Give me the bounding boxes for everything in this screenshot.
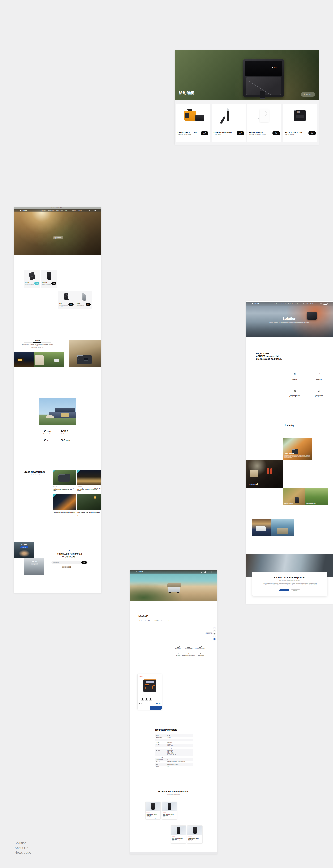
subscribe-button[interactable]: 注册 (81, 561, 87, 563)
recommend-image (162, 802, 177, 811)
product-name: ARKPURE净岚N3随手吸 (213, 131, 236, 134)
nav-contact-us[interactable]: Contact Us (187, 571, 192, 572)
buy-now-button[interactable]: Buy now (150, 706, 162, 710)
thumbnail[interactable] (141, 698, 144, 701)
industry-card-sports-events[interactable]: Sports and Events (305, 488, 328, 505)
user-icon[interactable] (317, 303, 319, 305)
widget-logo-icon[interactable]: ▲ (213, 627, 215, 629)
more-button[interactable]: 更多 (201, 131, 208, 135)
learn-more-link[interactable]: Learn more › (163, 818, 168, 818)
language-select[interactable]: English ▾ (323, 303, 328, 305)
add-to-cart-button[interactable]: Add to cart (137, 706, 150, 710)
nav-join-us[interactable]: Join Us (310, 303, 313, 304)
footer-card-button[interactable]: 浏览更多 ▶ (31, 563, 38, 565)
nav-service-support[interactable]: Service Support (56, 210, 63, 211)
nav-contact-us[interactable]: Contact Us (303, 303, 308, 304)
home-logo[interactable]: ARKEEP (20, 210, 27, 211)
product-logo[interactable]: ARKEEP (136, 571, 143, 572)
user-icon[interactable] (201, 571, 202, 573)
widget-phone-icon[interactable]: ☎ (213, 632, 215, 634)
footer-service-card[interactable]: 服务与支持 浏览更多 ▶ (14, 541, 34, 558)
industry-card-outdoor-work[interactable]: Outdoor work (246, 460, 283, 488)
banner-product-card[interactable]: POWERAIL星轨U23 30W高充，10000mAh大容量续航 更多 (247, 104, 281, 142)
recommend-card[interactable]: Latest 60000 mAh Light Outdoor Power Ban… (171, 826, 186, 843)
search-icon[interactable] (320, 303, 322, 305)
email-input[interactable] (53, 561, 76, 564)
more-button[interactable]: more (68, 303, 73, 306)
clipboard-check-icon: ☑ (312, 372, 326, 376)
buy-now-link[interactable]: Buy now › (180, 842, 183, 842)
thumbnail[interactable] (145, 698, 148, 701)
home-product-card[interactable]: PT50 15W magnetic wireless charging more (58, 290, 74, 309)
nav-about-us[interactable]: About Us (158, 571, 162, 572)
footer-contact-card[interactable]: 联系我们 浏览更多 ▶ (24, 558, 44, 575)
nav-about-us[interactable]: About Us (273, 303, 278, 304)
industry-card-medical[interactable]: Medical and health field (252, 519, 271, 536)
language-select[interactable]: English ▾ (91, 210, 96, 212)
nav-news[interactable]: News (65, 210, 67, 211)
search-icon[interactable] (88, 210, 90, 211)
banner-explore-button[interactable]: 探索更多 ▶ (301, 92, 315, 96)
learn-more-link[interactable]: Learn more › (172, 842, 176, 842)
thumbnail[interactable] (149, 698, 152, 701)
banner-product-card[interactable]: ARKPURE净岚N3随手吸 手持吸尘器/吹风 更多 (211, 104, 245, 142)
nav-news[interactable]: News (181, 571, 184, 572)
side-link-news-page[interactable]: News page (14, 850, 31, 855)
buy-now-link[interactable]: Buy now › (154, 818, 158, 818)
search-icon[interactable] (204, 571, 206, 573)
nav-product-center[interactable]: Product Center (164, 571, 170, 572)
news-card[interactable]: News June 20,2023 User Story: Is outdoor… (77, 470, 101, 490)
language-select[interactable]: English ▾ (207, 571, 211, 573)
partner-contact-button[interactable]: Contact us ▶ (291, 589, 300, 591)
news-card[interactable]: June 20,2023 A new dual-fuel smart gener… (77, 494, 101, 515)
nav-service-support[interactable]: Service Support (172, 571, 179, 572)
nav-contact-us[interactable]: Contact Us (71, 210, 76, 211)
more-button[interactable]: 更多 (272, 131, 280, 135)
widget-cart-icon[interactable]: ▣ (213, 635, 215, 637)
widget-mail-icon[interactable]: ✉ (213, 630, 215, 632)
news-card[interactable]: News June 20,2023 All upgrades! The new … (53, 470, 76, 490)
nav-service-support[interactable]: Service Support (288, 303, 295, 304)
recommend-card[interactable]: Latest 60000 mAh Light Outdoor Power Ban… (162, 802, 177, 819)
carousel-dot-active[interactable] (139, 704, 140, 704)
more-button[interactable]: 更多 (308, 131, 316, 135)
side-link-solution[interactable]: Solution (14, 841, 27, 845)
nav-product-center[interactable]: Product Center (280, 303, 287, 304)
carousel-dot[interactable] (141, 704, 142, 704)
solution-logo[interactable]: ARKEEP (252, 303, 259, 304)
side-link-about-us[interactable]: About Us (14, 846, 28, 850)
banner-product-card[interactable]: ARKNOVA启RALLYE600 补电包扩容，能量时刻随行 更多 (176, 104, 210, 142)
more-button[interactable]: 更多 (237, 131, 244, 135)
industry-card-power-support[interactable]: Power support Through resource integrati… (283, 438, 312, 460)
nav-join-us[interactable]: Join Us (194, 571, 198, 572)
model-title: N1210P (138, 615, 148, 617)
learn-more-link[interactable]: Learn more › (146, 818, 151, 818)
nav-join-us[interactable]: Join Us (78, 210, 81, 211)
more-button[interactable]: more (34, 282, 39, 284)
footer-card-button[interactable]: 浏览更多 ▶ (20, 547, 28, 548)
home-product-card[interactable]: MC502 5000mAh large capacity more (24, 270, 40, 288)
more-button[interactable]: more (51, 282, 56, 284)
buy-now-link[interactable]: Buy now › (171, 818, 174, 818)
partner-apply-button[interactable]: New Partner Application ▶ (279, 589, 290, 591)
buy-now-link[interactable]: Buy now › (196, 842, 200, 842)
feature-item: ☎ Customized Service, Worry-Free Experie… (288, 390, 302, 397)
back-to-top-button[interactable]: ↑ (213, 638, 215, 640)
recommend-card[interactable]: Latest 60000 mAh Light Outdoor Power Ban… (145, 802, 161, 819)
nav-product-center[interactable]: Product Center (48, 210, 55, 211)
news-card[interactable]: News June 20,2023 A new dual-fuel smart … (53, 494, 76, 515)
recommend-card[interactable]: Latest 60000 mAh Light Outdoor Power Ban… (187, 826, 203, 843)
banner-product-card[interactable]: ARKPORT舟际P1200F 满电启航 时刻随行 更多 (284, 104, 318, 142)
user-icon[interactable] (85, 210, 87, 211)
nav-about-us[interactable]: About Us (41, 210, 45, 211)
industry-card-transportation[interactable]: Transportation Industry (271, 519, 294, 536)
home-explore-button[interactable]: Explore more ▶ (53, 236, 63, 239)
more-button[interactable]: more (86, 303, 91, 306)
home-product-card[interactable]: WP033P 20000mAh high capacity more (41, 270, 57, 288)
nav-news[interactable]: News (297, 303, 300, 304)
home-product-card[interactable]: WP026 Supports 22.5w high power more (75, 290, 92, 309)
industry-card-outdoor-activities[interactable]: Outdoor Activities (283, 488, 305, 505)
camping-tab[interactable]: 房车露营 (24, 340, 51, 342)
arkeep-logo-icon (272, 67, 273, 68)
learn-more-link[interactable]: Learn more › (188, 842, 193, 842)
